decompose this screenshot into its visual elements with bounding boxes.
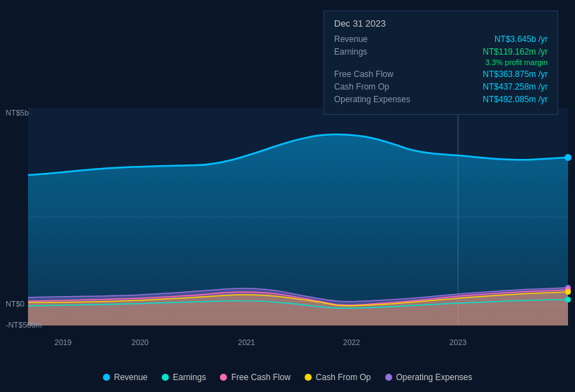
x-label-2019: 2019 [55,338,71,346]
legend-fcf[interactable]: Free Cash Flow [220,372,291,382]
chart-legend: Revenue Earnings Free Cash Flow Cash Fro… [0,372,575,382]
tooltip-cashfromop-value: NT$437.258m /yr [483,82,548,92]
tooltip-fcf-label: Free Cash Flow [334,69,483,79]
tooltip-cashfromop-label: Cash From Op [334,82,483,92]
legend-cashfromop[interactable]: Cash From Op [305,372,371,382]
legend-earnings-label: Earnings [173,372,206,382]
legend-fcf-label: Free Cash Flow [231,372,291,382]
y-axis-zero: NT$0 [6,300,25,308]
chart-container: NT$5b NT$0 -NT$500m 2019 2020 2021 2022 … [0,0,575,392]
tooltip-earnings-label: Earnings [334,47,483,57]
legend-opex-dot [385,374,392,381]
tooltip-opex-label: Operating Expenses [334,94,483,104]
tooltip-card: Dec 31 2023 Revenue NT$3.645b /yr Earnin… [324,10,558,115]
tooltip-fcf-value: NT$363.875m /yr [483,69,548,79]
tooltip-fcf-row: Free Cash Flow NT$363.875m /yr [334,69,548,79]
legend-earnings-dot [162,374,169,381]
legend-revenue-label: Revenue [114,372,148,382]
tooltip-revenue-value: NT$3.645b /yr [494,34,548,44]
legend-cashfromop-label: Cash From Op [316,372,371,382]
tooltip-earnings-value: NT$119.162m /yr [483,47,548,57]
tooltip-revenue-row: Revenue NT$3.645b /yr [334,34,548,44]
legend-cashfromop-dot [305,374,312,381]
tooltip-revenue-label: Revenue [334,34,494,44]
legend-fcf-dot [220,374,227,381]
legend-opex[interactable]: Operating Expenses [385,372,473,382]
tooltip-earnings-row: Earnings NT$119.162m /yr [334,47,548,57]
x-label-2022: 2022 [343,338,360,346]
legend-revenue[interactable]: Revenue [103,372,148,382]
tooltip-title: Dec 31 2023 [334,18,548,29]
x-label-2020: 2020 [132,338,148,346]
legend-opex-label: Operating Expenses [396,372,473,382]
tooltip-profit-margin: 3.3% profit margin [334,58,548,66]
x-label-2021: 2021 [238,338,255,346]
y-axis-top: NT$5b [6,108,29,117]
tooltip-opex-value: NT$492.085m /yr [483,94,548,104]
svg-point-9 [565,289,571,295]
svg-point-10 [565,297,571,302]
y-axis-bottom: -NT$500m [6,321,42,329]
legend-earnings[interactable]: Earnings [162,372,206,382]
tooltip-opex-row: Operating Expenses NT$492.085m /yr [334,94,548,104]
svg-point-6 [564,154,571,161]
legend-revenue-dot [103,374,110,381]
tooltip-cashfromop-row: Cash From Op NT$437.258m /yr [334,82,548,92]
x-label-2023: 2023 [450,338,466,346]
